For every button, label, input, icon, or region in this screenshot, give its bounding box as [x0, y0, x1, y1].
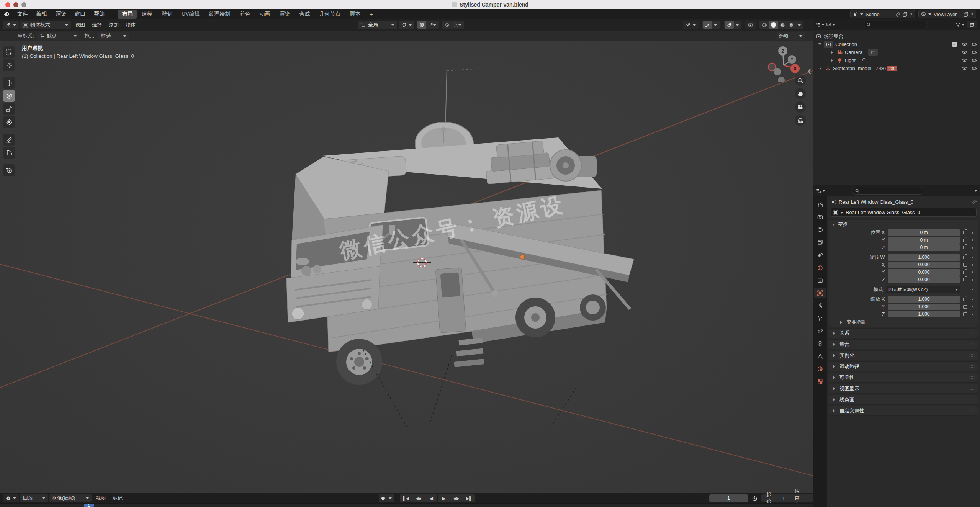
zoom-window-button[interactable] [21, 2, 26, 7]
shading-solid-button[interactable] [769, 21, 778, 29]
show-visibility-dropdown[interactable] [683, 21, 699, 29]
show-gizmo-toggle[interactable] [703, 21, 712, 29]
lock-icon[interactable] [960, 278, 970, 281]
disable-render-icon[interactable] [972, 50, 977, 54]
transform-panel-header[interactable]: 变换 :::: [829, 220, 978, 229]
animate-dot[interactable] [970, 264, 976, 266]
tab-particles[interactable] [814, 313, 826, 323]
animate-dot[interactable] [970, 239, 976, 241]
minimize-window-button[interactable] [13, 2, 18, 7]
properties-editor-type-button[interactable] [816, 188, 825, 193]
drag-handle-icon[interactable]: :::: [969, 386, 975, 391]
disable-render-icon[interactable] [972, 58, 977, 62]
tab-object[interactable] [814, 288, 826, 298]
tab-tool[interactable] [814, 200, 826, 209]
tab-collection[interactable] [814, 275, 826, 285]
location-y-field[interactable]: 0 m [888, 237, 960, 244]
animate-dot[interactable] [970, 271, 976, 273]
lock-icon[interactable] [960, 246, 970, 249]
shading-wireframe-button[interactable] [760, 21, 769, 29]
animate-dot[interactable] [970, 289, 976, 290]
workspace-tab-layout[interactable]: 布局 [118, 10, 137, 19]
animate-dot[interactable] [970, 232, 976, 234]
animate-dot[interactable] [970, 257, 976, 258]
menu-file[interactable]: 文件 [13, 10, 32, 19]
outliner-row-camera[interactable]: Camera [813, 48, 980, 56]
properties-search-input[interactable] [852, 187, 923, 195]
menu-window[interactable]: 窗口 [70, 10, 90, 19]
lock-icon[interactable] [960, 231, 970, 234]
overlays-dropdown[interactable] [734, 21, 741, 29]
playback-menu[interactable]: 回放 [20, 494, 48, 502]
tool-add-primitive[interactable] [3, 164, 15, 176]
hide-eye-icon[interactable] [962, 66, 967, 70]
proportional-edit-toggle[interactable] [443, 21, 452, 29]
pivot-point-dropdown[interactable] [399, 21, 414, 29]
timeline-playhead[interactable]: 1 [84, 504, 94, 507]
lock-icon[interactable] [960, 312, 970, 316]
tab-object-data[interactable] [814, 351, 826, 361]
workspace-tab-modeling[interactable]: 建模 [137, 10, 157, 19]
zoom-view-button[interactable] [795, 75, 806, 86]
workspace-tab-shading[interactable]: 着色 [235, 10, 254, 19]
object-name-field[interactable]: Rear Left Window Glass_Glass_0 [831, 208, 977, 217]
gizmo-dropdown[interactable] [712, 21, 719, 29]
keying-menu[interactable]: 抠像(插帧) [49, 494, 92, 502]
tab-render[interactable] [814, 212, 826, 222]
hide-eye-icon[interactable] [962, 50, 967, 54]
play-reverse-button[interactable]: ◀ [425, 494, 437, 502]
drag-handle-icon[interactable]: :::: [969, 397, 975, 402]
scene-selector[interactable]: Scene × [850, 10, 915, 18]
viewlayer-selector[interactable]: ViewLayer × [918, 10, 976, 18]
viewport-3d[interactable]: 用户透视 (1) Collection | Rear Left Window G… [0, 41, 813, 493]
outliner-display-mode-button[interactable] [826, 22, 835, 27]
tab-material[interactable] [814, 364, 826, 374]
select-menu[interactable]: 选择 [88, 20, 105, 29]
tab-modifiers[interactable] [814, 301, 826, 311]
jump-to-start-button[interactable]: ▌◀ [400, 494, 412, 502]
lock-icon[interactable] [960, 239, 970, 242]
menu-edit[interactable]: 编辑 [32, 10, 51, 19]
disable-render-icon[interactable] [972, 42, 977, 46]
options-dropdown[interactable]: 选项 [776, 32, 805, 40]
stopwatch-icon[interactable] [752, 496, 757, 501]
pin-icon[interactable] [972, 200, 977, 204]
tool-scale[interactable] [3, 103, 15, 115]
unlink-icon[interactable]: × [910, 11, 913, 17]
view-menu[interactable]: 视图 [72, 20, 88, 29]
tool-cursor[interactable] [3, 59, 15, 71]
transform-orientation-dropdown[interactable]: 全局 [358, 21, 397, 29]
panel-custom-properties[interactable]: 自定义属性:::: [829, 406, 978, 415]
box-select-mode-dropdown[interactable]: 框选 [98, 32, 129, 40]
scale-y-field[interactable]: 1.000 [888, 304, 960, 310]
tab-output[interactable] [814, 225, 826, 235]
object-menu[interactable]: 物体 [122, 20, 139, 29]
play-button[interactable]: ▶ [438, 494, 450, 502]
rotation-x-field[interactable]: 0.000 [888, 262, 960, 268]
jump-to-end-button[interactable]: ▶▌ [463, 494, 475, 502]
tool-move[interactable] [3, 77, 15, 89]
workspace-tab-geometry-nodes[interactable]: 几何节点 [315, 10, 345, 19]
workspace-tab-texture-paint[interactable]: 纹理绘制 [205, 10, 234, 19]
rotation-z-field[interactable]: 0.000 [888, 276, 960, 283]
camera-view-button[interactable] [795, 101, 806, 113]
drag-handle-icon[interactable]: :::: [969, 342, 975, 346]
disable-render-icon[interactable] [972, 66, 977, 70]
tool-annotate[interactable] [3, 134, 15, 146]
properties-options-dropdown[interactable] [974, 190, 977, 193]
scale-x-field[interactable]: 1.000 [888, 296, 960, 303]
snap-toggle[interactable] [417, 21, 426, 29]
new-collection-button[interactable] [967, 21, 977, 28]
drag-handle-icon[interactable]: :::: [969, 364, 975, 368]
tab-constraints[interactable] [814, 339, 826, 348]
animate-dot[interactable] [970, 314, 976, 315]
timeline-marker-menu[interactable]: 标记 [109, 494, 126, 503]
workspace-tab-rendering[interactable]: 渲染 [275, 10, 294, 19]
drag-handle-icon[interactable]: :::: [969, 375, 975, 379]
tab-scene[interactable] [814, 250, 826, 260]
perspective-toggle-button[interactable] [795, 115, 806, 126]
panel-visibility[interactable]: 可见性:::: [829, 373, 978, 382]
shading-rendered-button[interactable] [787, 21, 796, 29]
workspace-tab-compositing[interactable]: 合成 [295, 10, 314, 19]
animate-dot[interactable] [970, 279, 976, 281]
